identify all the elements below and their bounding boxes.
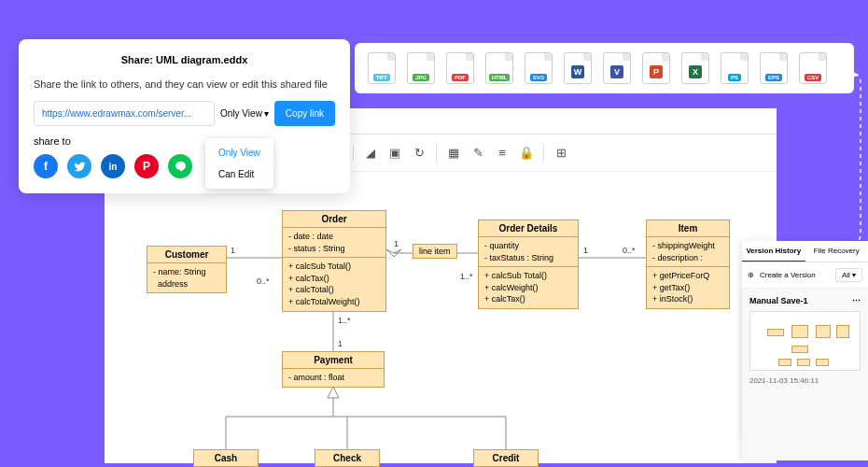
export-svg[interactable]: SVG — [525, 52, 553, 84]
pinterest-icon[interactable]: P — [134, 154, 159, 178]
svg-marker-7 — [328, 387, 339, 398]
uml-class-item[interactable]: Item - shippingWeight - description : + … — [646, 219, 730, 309]
version-name: Manual Save-1⋯ — [749, 296, 861, 305]
perm-can-edit[interactable]: Can Edit — [205, 163, 273, 185]
export-html[interactable]: HTML — [485, 52, 513, 84]
permission-selector[interactable]: Only View ▾ — [220, 108, 269, 119]
share-description: Share the link to others, and they can v… — [34, 78, 335, 90]
fill-icon[interactable]: ◢ — [363, 146, 378, 161]
tab-file-recovery[interactable]: File Recovery — [805, 241, 869, 262]
export-ps[interactable]: PS — [721, 52, 749, 84]
share-url-input[interactable] — [34, 101, 215, 126]
copy-link-button[interactable]: Copy link — [274, 101, 335, 126]
uml-class-order-details[interactable]: Order Details - quantity - taxStatus : S… — [478, 219, 579, 309]
share-to-label: share to — [34, 135, 335, 147]
layers-icon[interactable]: ≡ — [495, 146, 510, 161]
export-x[interactable]: X — [681, 52, 709, 84]
export-jpg[interactable]: JPG — [407, 52, 435, 84]
export-pdf[interactable]: PDF — [446, 52, 474, 84]
version-thumbnail[interactable] — [749, 311, 861, 371]
twitter-icon[interactable] — [67, 154, 91, 178]
uml-class-customer[interactable]: Customer - name: String address — [147, 246, 227, 293]
uml-class-payment[interactable]: Payment - amount : float — [282, 351, 385, 388]
share-title: Share: UML diagram.eddx — [34, 54, 335, 65]
uml-class-check[interactable]: Check — [315, 449, 380, 467]
create-version-button[interactable]: Create a Version — [760, 271, 830, 279]
facebook-icon[interactable]: f — [34, 154, 58, 178]
export-p[interactable]: P — [642, 52, 670, 84]
export-tiff[interactable]: TIFF — [368, 52, 396, 84]
grid-icon[interactable]: ⊞ — [553, 146, 568, 161]
linkedin-icon[interactable]: in — [101, 154, 125, 178]
more-icon[interactable]: ⋯ — [852, 296, 861, 305]
permission-dropdown: Only View Can Edit — [205, 138, 273, 189]
social-buttons: f in P — [34, 154, 335, 178]
perm-only-view[interactable]: Only View — [205, 142, 273, 163]
version-date: 2021-11-03 15:46:11 — [749, 376, 861, 385]
export-csv[interactable]: CSV — [799, 52, 827, 84]
chevron-down-icon: ▾ — [264, 108, 269, 119]
image-icon[interactable]: ▦ — [446, 146, 461, 161]
uml-class-order[interactable]: Order - date : date - status : String + … — [282, 210, 386, 312]
export-formats-bar: TIFFJPGPDFHTMLSVGWVPXPSEPSCSV — [355, 43, 854, 93]
lock-icon[interactable]: 🔒 — [519, 146, 534, 161]
association-label: line item — [413, 244, 457, 259]
uml-class-credit[interactable]: Credit — [473, 449, 539, 467]
tab-version-history[interactable]: Version History — [742, 241, 805, 262]
line-icon[interactable] — [168, 154, 192, 178]
plus-icon: ⊕ — [748, 271, 754, 279]
pen-icon[interactable]: ✎ — [470, 146, 485, 161]
svg-marker-2 — [386, 249, 401, 257]
share-modal: Share: UML diagram.eddx Share the link t… — [19, 39, 350, 193]
history-filter[interactable]: All ▾ — [835, 268, 862, 282]
export-v[interactable]: V — [603, 52, 631, 84]
export-w[interactable]: W — [564, 52, 592, 84]
version-history-panel: Version History File Recovery ⊕ Create a… — [742, 241, 868, 460]
uml-class-cash[interactable]: Cash — [193, 449, 259, 467]
rotate-icon[interactable]: ↻ — [412, 146, 427, 161]
export-eps[interactable]: EPS — [760, 52, 788, 84]
border-icon[interactable]: ▣ — [387, 146, 402, 161]
